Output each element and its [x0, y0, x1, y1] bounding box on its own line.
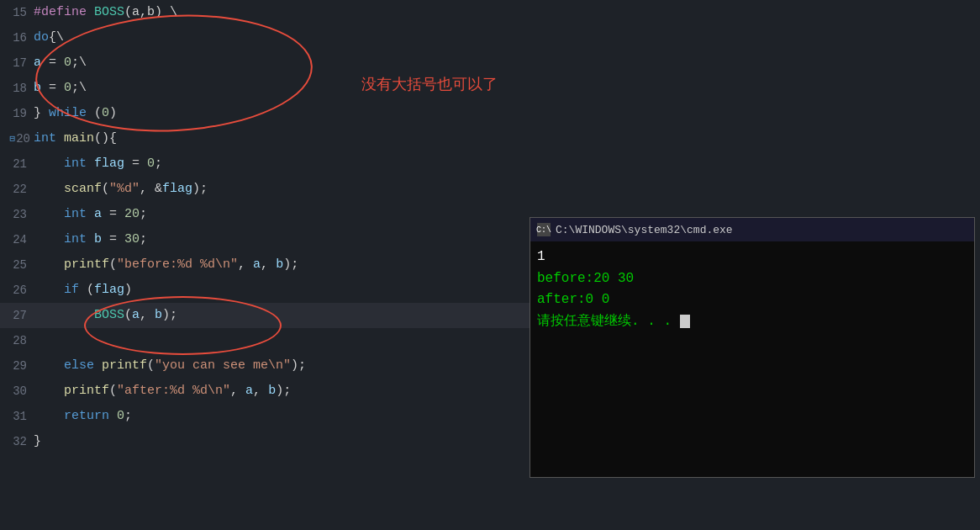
code-line-17: 17 a = 0;\ [0, 50, 530, 76]
code-line-22: 22 scanf("%d", &flag); [0, 177, 530, 202]
line-number-17: 17 [0, 50, 34, 76]
cmd-window: C:\ C:\WINDOWS\system32\cmd.exe 1 before… [530, 217, 975, 478]
code-content-31: return 0; [34, 404, 530, 429]
line-number-27: 27 [0, 303, 34, 328]
code-content-24: int b = 30; [34, 227, 530, 252]
cursor [680, 315, 690, 328]
fold-icon[interactable]: ⊟ [10, 126, 16, 151]
code-content-27: BOSS(a, b); [34, 303, 530, 328]
code-line-16: 16 do{\ [0, 25, 530, 50]
cmd-output-1: 1 [537, 246, 967, 268]
line-number-26: 26 [0, 278, 34, 303]
cmd-title: C:\WINDOWS\system32\cmd.exe [556, 224, 733, 236]
line-number-22: 22 [0, 177, 34, 202]
code-content-29: else printf("you can see me\n"); [34, 353, 530, 379]
cmd-output-4: 请按任意键继续. . . [537, 311, 967, 333]
line-number-25: 25 [0, 252, 34, 278]
line-number-28: 28 [0, 328, 34, 353]
code-content-17: a = 0;\ [34, 50, 530, 76]
code-content-25: printf("before:%d %d\n", a, b); [34, 252, 530, 278]
code-content-21: int flag = 0; [34, 151, 530, 177]
code-content-30: printf("after:%d %d\n", a, b); [34, 379, 530, 404]
code-line-30: 30 printf("after:%d %d\n", a, b); [0, 379, 530, 404]
cmd-icon: C:\ [537, 223, 551, 236]
line-number-18: 18 [0, 76, 34, 101]
code-line-23: 23 int a = 20; [0, 202, 530, 227]
cmd-output-2: before:20 30 [537, 268, 967, 290]
code-content-20: int main(){ [34, 126, 530, 151]
line-number-15: 15 [0, 0, 34, 25]
code-line-29: 29 else printf("you can see me\n"); [0, 353, 530, 379]
line-number-32: 32 [0, 429, 34, 454]
line-number-24: 24 [0, 227, 34, 252]
code-content-19: } while (0) [34, 101, 530, 126]
code-line-26: 26 if (flag) [0, 278, 530, 303]
cmd-titlebar: C:\ C:\WINDOWS\system32\cmd.exe [530, 218, 974, 241]
annotation-text: 没有大括号也可以了 [361, 74, 498, 94]
code-line-25: 25 printf("before:%d %d\n", a, b); [0, 252, 530, 278]
code-content-22: scanf("%d", &flag); [34, 177, 530, 202]
line-number-29: 29 [0, 353, 34, 379]
code-line-31: 31 return 0; [0, 404, 530, 429]
code-content-23: int a = 20; [34, 202, 530, 227]
code-line-32: 32 } [0, 429, 530, 454]
code-line-28: 28 [0, 328, 530, 353]
line-number-31: 31 [0, 404, 34, 429]
line-number-20: ⊟20 [0, 126, 34, 151]
code-line-24: 24 int b = 30; [0, 227, 530, 252]
code-line-15: 15 #define BOSS(a,b) \ [0, 0, 530, 25]
code-line-21: 21 int flag = 0; [0, 151, 530, 177]
code-line-20: ⊟20 int main(){ [0, 126, 530, 151]
code-content-32: } [34, 429, 530, 454]
code-content-15: #define BOSS(a,b) \ [34, 0, 530, 25]
code-content-16: do{\ [34, 25, 530, 50]
line-number-21: 21 [0, 151, 34, 177]
cmd-body: 1 before:20 30 after:0 0 请按任意键继续. . . [530, 241, 974, 337]
line-number-16: 16 [0, 25, 34, 50]
line-number-30: 30 [0, 379, 34, 404]
code-content-26: if (flag) [34, 278, 530, 303]
code-line-19: 19 } while (0) [0, 101, 530, 126]
code-line-27: 27 BOSS(a, b); [0, 303, 530, 328]
line-number-23: 23 [0, 202, 34, 227]
cmd-output-3: after:0 0 [537, 289, 967, 311]
line-number-19: 19 [0, 101, 34, 126]
